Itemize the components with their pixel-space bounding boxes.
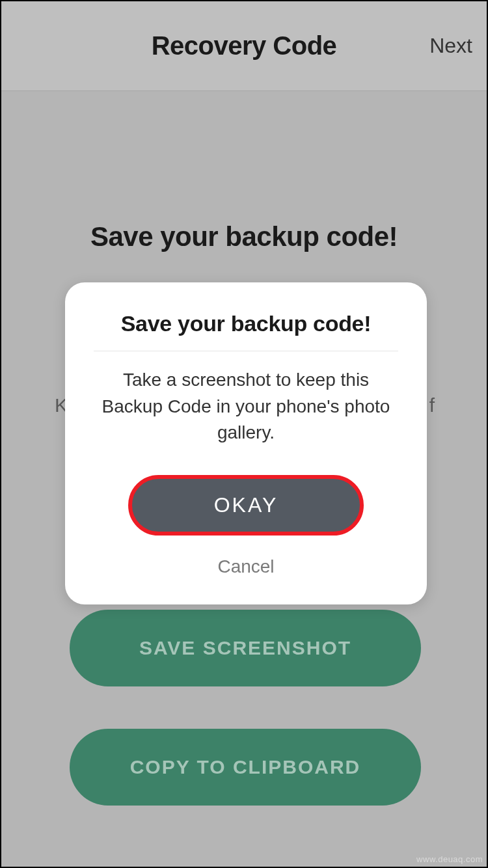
main-content: Save your backup code! (1, 91, 487, 252)
save-screenshot-button[interactable]: SAVE SCREENSHOT (70, 610, 421, 686)
page-title: Recovery Code (152, 31, 337, 61)
next-button[interactable]: Next (429, 34, 472, 58)
watermark-text: www.deuaq.com (416, 854, 483, 864)
modal-title: Save your backup code! (87, 311, 405, 351)
backup-code-heading: Save your backup code! (1, 221, 487, 252)
header-bar: Recovery Code Next (1, 1, 487, 91)
modal-divider (94, 351, 398, 351)
okay-button[interactable]: OKAY (128, 475, 364, 536)
hint-right-fragment: f (429, 390, 435, 420)
modal-body-text: Take a screenshot to keep this Backup Co… (87, 367, 405, 446)
save-backup-modal: Save your backup code! Take a screenshot… (65, 282, 427, 604)
cancel-button[interactable]: Cancel (87, 547, 405, 586)
copy-to-clipboard-button[interactable]: COPY TO CLIPBOARD (70, 729, 421, 806)
